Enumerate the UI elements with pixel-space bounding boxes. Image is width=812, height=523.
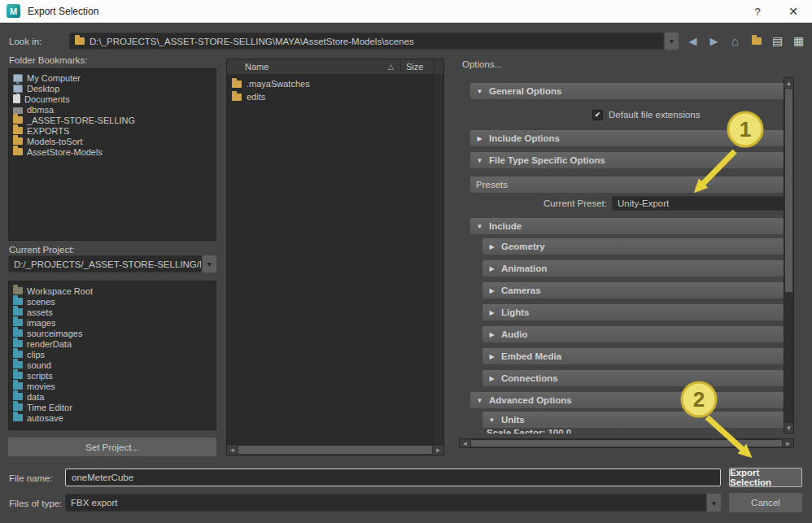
project-item-movies[interactable]: movies <box>13 381 216 391</box>
file-name-input[interactable] <box>65 469 721 486</box>
file-row-edits[interactable]: edits <box>232 90 433 103</box>
project-item-scripts[interactable]: scripts <box>13 370 216 381</box>
file-list-vertical-scrollbar[interactable] <box>433 75 443 446</box>
section-file-type-specific-options[interactable]: ▼ File Type Specific Options <box>470 152 784 168</box>
presets-header: Presets <box>470 177 784 193</box>
bookmark-my-computer[interactable]: My Computer <box>13 72 216 83</box>
checkbox-label: Default file extensions <box>609 110 701 120</box>
section-advanced-options[interactable]: ▼ Advanced Options <box>470 392 784 408</box>
project-item-sound[interactable]: sound <box>13 360 216 370</box>
section-include-options[interactable]: ▶ Include Options <box>470 130 784 146</box>
project-item-sourceimages[interactable]: sourceimages <box>13 328 216 338</box>
section-embed-media[interactable]: ▶ Embed Media <box>482 348 784 364</box>
project-item-images[interactable]: images <box>13 317 216 328</box>
bookmark-models-tosort[interactable]: Models-toSort <box>13 136 216 146</box>
project-item-workspace-root[interactable]: Workspace Root <box>13 285 216 296</box>
close-button[interactable]: ✕ <box>776 0 810 23</box>
project-item-label: scripts <box>27 371 53 381</box>
files-of-type-dropdown-arrow-icon[interactable]: ▾ <box>707 494 721 512</box>
scroll-down-icon[interactable]: ▾ <box>784 423 793 433</box>
project-item-assets[interactable]: assets <box>13 307 216 317</box>
forward-icon[interactable]: ▶ <box>706 33 722 49</box>
project-item-renderdata[interactable]: renderData <box>13 338 216 349</box>
default-file-extensions-option[interactable]: ✔ Default file extensions <box>592 108 701 121</box>
help-button[interactable]: ? <box>740 0 775 23</box>
bookmark-assetstore-models[interactable]: AssetStore-Models <box>13 146 216 157</box>
list-view-icon[interactable]: ▤ <box>770 33 785 49</box>
scroll-right-icon[interactable]: ▸ <box>783 439 793 447</box>
chevron-right-icon: ▶ <box>488 353 495 360</box>
chevron-right-icon: ▶ <box>488 375 495 382</box>
scroll-right-icon[interactable]: ▸ <box>433 445 443 455</box>
section-general-options[interactable]: ▼ General Options <box>470 83 784 99</box>
details-view-icon[interactable]: ▦ <box>791 33 806 49</box>
name-column-header[interactable]: Name △ <box>227 59 400 74</box>
project-item-label: Workspace Root <box>27 286 93 296</box>
bookmark-exports[interactable]: EXPORTS <box>13 125 216 136</box>
current-preset-row: Current Preset: Unity-Export <box>470 196 784 211</box>
project-item-time-editor[interactable]: Time Editor <box>13 402 216 412</box>
project-item-label: movies <box>27 381 55 391</box>
bookmark-documents[interactable]: Documents <box>13 94 216 104</box>
look-in-dropdown-arrow-icon[interactable]: ▾ <box>665 33 679 50</box>
section-geometry[interactable]: ▶ Geometry <box>482 238 784 255</box>
look-in-path-field[interactable]: D:\_PROJECTS\_ASSET-STORE-SELLING\MAYA\A… <box>69 33 664 50</box>
bookmark-label: dbmsa <box>27 105 54 115</box>
scroll-left-icon[interactable]: ◂ <box>460 439 470 447</box>
project-item-autosave[interactable]: autosave <box>13 412 216 423</box>
project-item-data[interactable]: data <box>13 391 216 402</box>
current-project-field[interactable]: D:/_PROJECTS/_ASSET-STORE-SELLING/MAYA/ <box>8 255 202 272</box>
scale-factor-label: Scale Factor: 100.0 <box>487 428 571 434</box>
scroll-up-icon[interactable]: ▴ <box>784 78 793 88</box>
current-project-combobox[interactable]: D:/_PROJECTS/_ASSET-STORE-SELLING/MAYA/ … <box>8 255 216 272</box>
current-project-path: D:/_PROJECTS/_ASSET-STORE-SELLING/MAYA/ <box>14 259 202 269</box>
section-audio[interactable]: ▶ Audio <box>482 326 784 342</box>
project-item-clips[interactable]: clips <box>13 349 216 360</box>
options-title: Options... <box>462 59 502 69</box>
files-of-type-field[interactable]: FBX export <box>65 494 706 512</box>
section-cameras[interactable]: ▶ Cameras <box>482 282 784 299</box>
project-item-scenes[interactable]: scenes <box>13 296 216 307</box>
options-content: ▼ General Options ✔ Default file extensi… <box>454 77 784 434</box>
section-label: Include Options <box>489 133 560 143</box>
checkbox-checked-icon[interactable]: ✔ <box>592 110 603 120</box>
section-units[interactable]: ▼ Units <box>482 412 784 428</box>
section-label: General Options <box>489 86 561 96</box>
scrollbar-thumb[interactable] <box>785 89 792 292</box>
scroll-left-icon[interactable]: ◂ <box>227 445 238 455</box>
current-preset-dropdown[interactable]: Unity-Export <box>612 196 784 211</box>
scrollbar-thumb[interactable] <box>471 440 782 447</box>
files-of-type-combobox[interactable]: FBX export ▾ <box>65 494 721 512</box>
export-selection-button[interactable]: Export Selection <box>729 468 802 487</box>
options-vertical-scrollbar[interactable]: ▴ ▾ <box>784 77 794 434</box>
new-folder-icon[interactable] <box>749 33 764 49</box>
look-in-combobox[interactable]: D:\_PROJECTS\_ASSET-STORE-SELLING\MAYA\A… <box>69 33 679 50</box>
computer-icon <box>13 74 23 82</box>
back-icon[interactable]: ◀ <box>685 33 701 49</box>
options-horizontal-scrollbar[interactable]: ◂ ▸ <box>459 438 794 448</box>
scrollbar-thumb[interactable] <box>238 446 432 454</box>
options-panel: Options... ▼ General Options ✔ Default f… <box>454 50 805 451</box>
bookmark-desktop[interactable]: Desktop <box>13 83 216 94</box>
section-connections[interactable]: ▶ Connections <box>482 370 784 386</box>
size-column-header[interactable]: Size <box>400 59 434 74</box>
bookmark-asset-store-selling[interactable]: _ASSET-STORE-SELLING <box>13 115 216 125</box>
folder-icon <box>13 308 23 316</box>
section-lights[interactable]: ▶ Lights <box>482 304 784 320</box>
section-include[interactable]: ▼ Include <box>470 218 784 234</box>
current-project-dropdown-arrow-icon[interactable]: ▾ <box>203 255 216 272</box>
section-animation[interactable]: ▶ Animation <box>482 260 784 277</box>
bookmark-dbmsa[interactable]: dbmsa <box>13 104 216 115</box>
files-of-type-value: FBX export <box>71 498 118 508</box>
section-label: Geometry <box>501 242 545 251</box>
cancel-button[interactable]: Cancel <box>729 493 802 512</box>
folder-icon <box>13 148 23 155</box>
file-list-horizontal-scrollbar[interactable]: ◂ ▸ <box>227 444 443 455</box>
set-project-button[interactable]: Set Project... <box>8 438 216 456</box>
bookmark-label: Documents <box>24 94 70 104</box>
file-row-mayaswatches[interactable]: .mayaSwatches <box>232 77 433 90</box>
document-icon <box>13 94 20 103</box>
chevron-right-icon: ▶ <box>488 287 495 294</box>
section-label: Cameras <box>501 285 541 295</box>
home-icon[interactable]: ⌂ <box>727 33 743 49</box>
